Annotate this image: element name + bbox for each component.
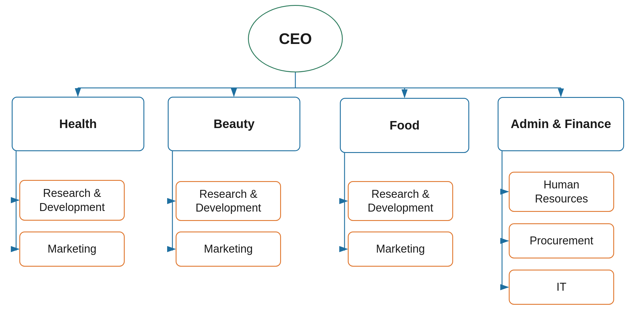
admin-it-box: IT [509,270,614,305]
dept-health-label: Health [59,117,97,131]
beauty-marketing-label: Marketing [204,242,253,256]
health-rd-label: Research &Development [39,186,105,214]
dept-food-label: Food [390,118,420,133]
dept-food: Food [340,98,469,153]
health-marketing-label: Marketing [48,242,97,256]
admin-procurement-label: Procurement [530,234,593,248]
dept-beauty-label: Beauty [213,117,254,131]
ceo-label: CEO [279,30,312,47]
admin-hr-label: HumanResources [535,178,588,206]
health-rd-box: Research &Development [19,180,125,221]
admin-it-label: IT [556,280,566,294]
food-rd-box: Research &Development [348,181,453,221]
health-marketing-box: Marketing [19,232,125,267]
dept-admin-label: Admin & Finance [511,117,611,131]
ceo-node: CEO [248,5,343,72]
food-marketing-box: Marketing [348,232,453,267]
dept-beauty: Beauty [168,97,300,151]
dept-health: Health [12,97,144,151]
admin-procurement-box: Procurement [509,223,614,258]
food-marketing-label: Marketing [376,242,425,256]
beauty-rd-label: Research &Development [196,187,261,215]
beauty-marketing-box: Marketing [176,232,281,267]
admin-hr-box: HumanResources [509,172,614,212]
food-rd-label: Research &Development [368,187,433,215]
dept-admin: Admin & Finance [498,97,624,151]
beauty-rd-box: Research &Development [176,181,281,221]
